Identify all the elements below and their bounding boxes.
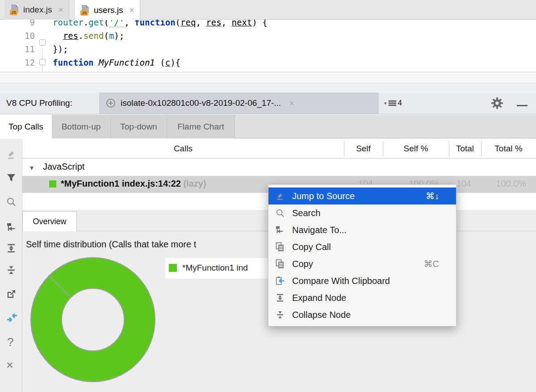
menu-item-search[interactable]: Search <box>268 204 456 221</box>
column-header-self[interactable]: Self <box>344 139 383 158</box>
calls-table-header: Calls Self Self % Total Total % <box>22 139 536 158</box>
edit-source-icon[interactable] <box>6 149 16 159</box>
column-header-total[interactable]: Total <box>449 139 481 158</box>
settings-gear-icon[interactable] <box>491 97 503 109</box>
line-number: 11 <box>0 42 35 56</box>
tab-bottom-up[interactable]: Bottom-up <box>52 115 111 138</box>
tree-group-row[interactable]: ▼ JavaScript <box>22 159 536 176</box>
sessions-history-dropdown[interactable]: ▾ 4 <box>384 92 402 114</box>
chevron-expanded-icon[interactable]: ▼ <box>29 164 35 171</box>
profiler-view-tabs: Top Calls Bottom-up Top-down Flame Chart <box>0 115 536 138</box>
chart-title: Self time distribution (Calls that take … <box>26 239 196 250</box>
tab-overview[interactable]: Overview <box>22 211 77 231</box>
chart-legend: *MyFunction1 ind <box>165 258 269 279</box>
context-menu: Jump to Source ⌘↓ Search Navigate To... … <box>268 184 456 326</box>
filter-icon[interactable] <box>6 173 16 183</box>
line-number: 10 <box>0 29 35 42</box>
column-header-total-pct[interactable]: Total % <box>481 139 536 158</box>
menu-item-copy-call[interactable]: Copy Call <box>268 238 456 255</box>
menu-item-copy[interactable]: Copy ⌘C <box>268 255 456 272</box>
call-label: *MyFunction1 index.js:14:22 (lazy) <box>61 179 206 189</box>
profiling-session-tab[interactable]: isolate-0x102801c00-v8-2019-02-06_17-...… <box>99 92 379 114</box>
code-line-12: function MyFunction1 (c){ <box>53 56 180 69</box>
code-line-11: }); <box>53 42 68 56</box>
search-icon <box>275 208 285 218</box>
legend-label: *MyFunction1 ind <box>182 263 248 273</box>
help-icon[interactable]: ? <box>7 335 13 345</box>
chevron-down-icon: ▾ <box>384 100 387 106</box>
tab-flame-chart[interactable]: Flame Chart <box>167 115 235 138</box>
code-line-10: res.send(m); <box>53 29 124 42</box>
series-color-swatch <box>49 180 56 188</box>
group-label: JavaScript <box>43 162 84 172</box>
export-icon[interactable] <box>6 289 16 299</box>
tab-label: index.js <box>23 5 52 15</box>
cell-total-pct: 100.0% <box>496 179 526 189</box>
close-session-icon[interactable]: × <box>289 98 294 108</box>
tab-top-down[interactable]: Top-down <box>111 115 167 138</box>
copy-icon <box>275 259 285 269</box>
hide-toolwindow-icon[interactable] <box>517 105 528 106</box>
cell-total: 104 <box>456 179 471 189</box>
expand-icon <box>275 293 285 303</box>
line-number: 9 <box>0 20 35 29</box>
tab-label: users.js <box>94 5 123 15</box>
js-file-icon: JS <box>80 5 90 16</box>
column-header-calls[interactable]: Calls <box>22 139 344 158</box>
profiler-side-toolbar: ? × <box>0 139 22 392</box>
scroll-to-source-icon[interactable] <box>6 313 16 323</box>
code-line-13-partial: let m <box>53 69 78 72</box>
tab-top-calls[interactable]: Top Calls <box>0 115 52 139</box>
pencil-icon <box>275 191 285 201</box>
ide-window: JS index.js × JS users.js × 9 10 11 12 r… <box>0 0 536 392</box>
close-tab-icon[interactable]: × <box>58 5 63 15</box>
close-tab-icon[interactable]: × <box>129 5 134 15</box>
toolwindow-top-pad <box>0 84 536 92</box>
navigate-icon <box>275 225 285 235</box>
list-icon <box>388 100 397 107</box>
collapse-all-icon[interactable] <box>6 265 16 275</box>
line-number: 12 <box>0 56 35 69</box>
code-editor[interactable]: 9 10 11 12 router.get('/', function(req,… <box>0 20 536 72</box>
profile-session-icon <box>105 98 116 108</box>
menu-item-collapse-node[interactable]: Collapse Node <box>268 306 456 323</box>
fold-marker-icon[interactable] <box>39 59 46 65</box>
session-tab-title: isolate-0x102801c00-v8-2019-02-06_17-... <box>121 98 281 108</box>
tab-index-js[interactable]: JS index.js × <box>4 0 69 20</box>
menu-item-jump-to-source[interactable]: Jump to Source ⌘↓ <box>268 188 456 204</box>
sessions-count: 4 <box>398 99 402 108</box>
code-line-9: router.get('/', function(req, res, next)… <box>53 20 268 29</box>
expand-all-icon[interactable] <box>6 243 16 253</box>
menu-item-navigate-to[interactable]: Navigate To... <box>268 221 456 238</box>
legend-color-swatch <box>169 264 177 272</box>
call-suffix: (lazy) <box>184 179 206 188</box>
column-header-self-pct[interactable]: Self % <box>383 139 449 158</box>
copy-icon <box>275 242 285 252</box>
compare-clipboard-icon <box>275 276 285 286</box>
menu-item-expand-node[interactable]: Expand Node <box>268 289 456 306</box>
js-file-icon: JS <box>10 4 20 15</box>
tab-users-js[interactable]: JS users.js × <box>75 0 140 20</box>
menu-item-compare-with-clipboard[interactable]: Compare With Clipboard <box>268 272 456 289</box>
editor-tab-bar: JS index.js × JS users.js × <box>0 0 536 20</box>
profiler-header: V8 CPU Profiling: isolate-0x102801c00-v8… <box>0 92 536 114</box>
fold-marker-icon[interactable] <box>39 39 46 46</box>
close-icon[interactable]: × <box>6 359 13 368</box>
navigate-icon[interactable] <box>6 222 16 232</box>
collapse-icon <box>275 310 285 320</box>
self-time-donut-chart <box>28 254 158 385</box>
editor-toolwindow-gap <box>0 73 536 83</box>
toolwindow-title: V8 CPU Profiling: <box>0 92 99 114</box>
search-icon[interactable] <box>6 197 16 207</box>
